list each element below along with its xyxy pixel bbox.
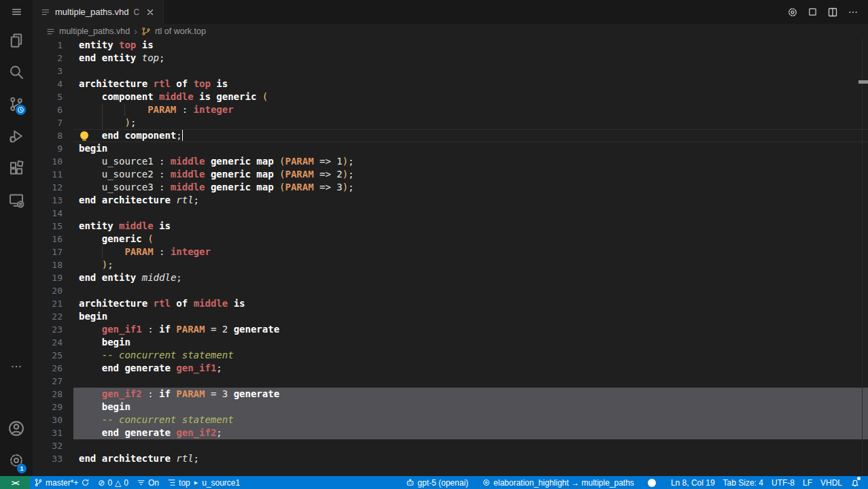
line-number[interactable]: 32 — [33, 439, 73, 452]
line-number[interactable]: 10 — [33, 155, 73, 168]
code-line[interactable]: 1entity top is — [33, 39, 868, 52]
additional-views-button[interactable] — [0, 354, 33, 379]
code-line[interactable]: 32 — [33, 439, 868, 452]
line-number[interactable]: 18 — [33, 258, 73, 271]
code-line[interactable]: 29 begin — [33, 401, 868, 414]
more-actions-icon[interactable] — [848, 7, 858, 18]
code-line[interactable]: 2end entity top; — [33, 52, 868, 65]
hierarchy-item[interactable]: top ▶ u_source1 — [163, 476, 244, 489]
line-number[interactable]: 16 — [33, 233, 73, 246]
sidebar-item-extensions[interactable] — [0, 152, 33, 184]
line-number[interactable]: 21 — [33, 297, 73, 310]
code-line[interactable]: 26 end generate gen_if1; — [33, 362, 868, 375]
close-icon[interactable] — [145, 7, 155, 17]
line-number[interactable]: 24 — [33, 336, 73, 349]
code-line[interactable]: 33end architecture rtl; — [33, 452, 868, 465]
code-line[interactable]: 17 PARAM : integer — [33, 246, 868, 258]
settings-gear-icon[interactable] — [787, 7, 798, 18]
line-number[interactable]: 17 — [33, 246, 73, 258]
line-number[interactable]: 5 — [33, 90, 73, 103]
line-number[interactable]: 1 — [33, 39, 73, 52]
code-line[interactable]: 28 gen_if2 : if PARAM = 3 generate — [33, 388, 868, 401]
code-line[interactable]: 6 PARAM : integer — [33, 103, 868, 116]
line-number[interactable]: 19 — [33, 271, 73, 284]
code-line[interactable]: 30 -- concurrent statement — [33, 414, 868, 426]
sidebar-item-source-control[interactable] — [0, 88, 33, 120]
code-line[interactable]: 7 ); — [33, 116, 868, 129]
line-number[interactable]: 22 — [33, 310, 73, 323]
line-number[interactable]: 28 — [33, 388, 73, 401]
remote-indicator[interactable]: >< — [0, 476, 30, 489]
code-line[interactable]: 25 -- concurrent statement — [33, 349, 868, 362]
layout-square-icon[interactable] — [808, 7, 818, 17]
code-line[interactable]: 15entity middle is — [33, 220, 868, 233]
code-line[interactable]: 24 begin — [33, 336, 868, 349]
line-number[interactable]: 20 — [33, 284, 73, 297]
sidebar-item-run-debug[interactable] — [0, 120, 33, 152]
line-number[interactable]: 25 — [33, 349, 73, 362]
git-branch-item[interactable]: master*+ — [30, 476, 94, 489]
code-line[interactable]: 16 generic ( — [33, 233, 868, 246]
line-number[interactable]: 6 — [33, 103, 73, 116]
code-line[interactable]: 22begin — [33, 310, 868, 323]
eol[interactable]: LF — [799, 476, 816, 489]
accounts-button[interactable] — [0, 412, 33, 445]
code-line[interactable]: 18 ); — [33, 258, 868, 271]
language-mode[interactable]: VHDL — [816, 476, 846, 489]
code-line[interactable]: 23 gen_if1 : if PARAM = 2 generate — [33, 323, 868, 336]
encoding[interactable]: UTF-8 — [767, 476, 799, 489]
line-number[interactable]: 11 — [33, 168, 73, 181]
overview-ruler[interactable] — [862, 39, 868, 476]
sidebar-item-remote-explorer[interactable] — [0, 184, 33, 216]
line-number[interactable]: 12 — [33, 181, 73, 194]
code-line[interactable]: 10 u_source1 : middle generic map (PARAM… — [33, 155, 868, 168]
code-line[interactable]: 5 component middle is generic ( — [33, 90, 868, 103]
code-line[interactable]: 20 — [33, 284, 868, 297]
line-number[interactable]: 7 — [33, 116, 73, 129]
editor[interactable]: 1entity top is2end entity top;34architec… — [33, 39, 868, 476]
breadcrumb-symbol[interactable]: rtl of work.top — [155, 27, 206, 36]
line-number[interactable]: 3 — [33, 65, 73, 78]
sidebar-item-explorer[interactable] — [0, 24, 33, 56]
code-line[interactable]: 19end entity middle; — [33, 271, 868, 284]
line-number[interactable]: 9 — [33, 142, 73, 155]
code-line[interactable]: 3 — [33, 65, 868, 78]
breadcrumb-file[interactable]: multiple_paths.vhd — [59, 27, 130, 36]
code-line[interactable]: 13end architecture rtl; — [33, 194, 868, 207]
notifications-bell[interactable] — [846, 476, 864, 489]
status-dot[interactable] — [644, 476, 660, 489]
problems-item[interactable]: ⊘ 0 △ 0 — [94, 476, 133, 489]
code-line[interactable]: 9begin — [33, 142, 868, 155]
code-line[interactable]: 11 u_source2 : middle generic map (PARAM… — [33, 168, 868, 181]
indentation[interactable]: Tab Size: 4 — [719, 476, 767, 489]
line-number[interactable]: 26 — [33, 362, 73, 375]
code-line[interactable]: 14 — [33, 207, 868, 220]
extension-status[interactable]: elaboration_highlight → multiple_paths — [478, 476, 638, 489]
sidebar-item-search[interactable] — [0, 56, 33, 88]
line-number[interactable]: 30 — [33, 414, 73, 426]
line-number[interactable]: 2 — [33, 52, 73, 65]
line-number[interactable]: 31 — [33, 426, 73, 439]
line-number[interactable]: 14 — [33, 207, 73, 220]
sync-icon[interactable] — [81, 478, 90, 487]
tab-multiple-paths[interactable]: multiple_paths.vhd C — [33, 0, 164, 24]
line-number[interactable]: 4 — [33, 78, 73, 90]
menu-button[interactable] — [0, 0, 33, 24]
line-number[interactable]: 33 — [33, 452, 73, 465]
lightbulb-icon[interactable] — [80, 131, 88, 139]
line-number[interactable]: 15 — [33, 220, 73, 233]
split-editor-icon[interactable] — [827, 7, 838, 18]
line-number[interactable]: 8 — [33, 129, 73, 142]
line-number[interactable]: 13 — [33, 194, 73, 207]
line-number[interactable]: 23 — [33, 323, 73, 336]
cursor-position[interactable]: Ln 8, Col 19 — [667, 476, 719, 489]
filter-toggle[interactable]: On — [133, 476, 163, 489]
line-number[interactable]: 29 — [33, 401, 73, 414]
code-line[interactable]: 4architecture rtl of top is — [33, 78, 868, 90]
code-line[interactable]: 27 — [33, 375, 868, 388]
line-number[interactable]: 27 — [33, 375, 73, 388]
model-indicator[interactable]: gpt-5 (openai) — [402, 476, 472, 489]
settings-button[interactable]: 1 — [0, 445, 33, 476]
code-line[interactable]: 12 u_source3 : middle generic map (PARAM… — [33, 181, 868, 194]
code-line[interactable]: 21architecture rtl of middle is — [33, 297, 868, 310]
